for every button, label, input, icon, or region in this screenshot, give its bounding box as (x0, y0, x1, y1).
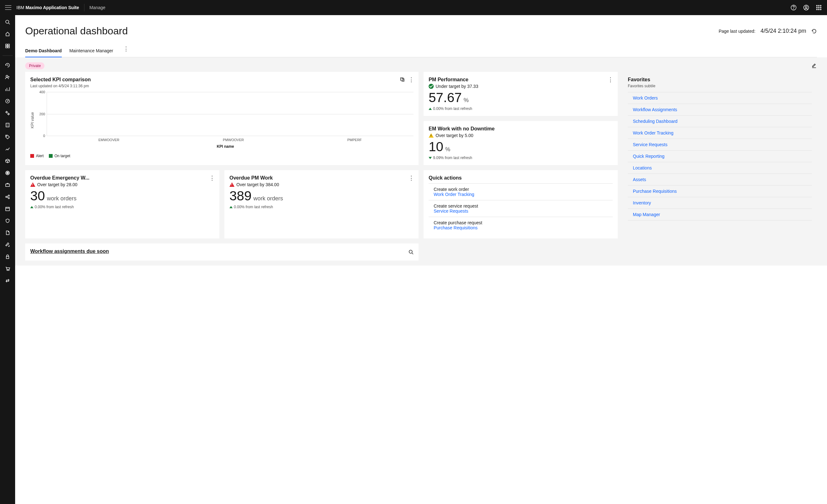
em-work-card: EM Work with no Downtime Over target by … (424, 121, 618, 165)
tab-maintenance-manager[interactable]: Maintenance Manager (69, 44, 113, 57)
page-updated: Page last updated: 4/5/24 2:10:24 pm (719, 28, 817, 34)
help-icon[interactable] (790, 4, 797, 11)
favorite-link[interactable]: Inventory (628, 197, 812, 208)
quick-action-item: Create service request Service Requests (429, 200, 613, 217)
bar-chart-icon[interactable] (4, 86, 11, 92)
private-badge: Private (25, 62, 44, 69)
x-label-1: PMWOOVER (223, 138, 244, 142)
overdue-pm-delta: 0.00% from last refresh (234, 205, 273, 209)
share-icon[interactable] (4, 194, 11, 200)
card-menu-icon[interactable] (408, 175, 414, 180)
svg-rect-16 (6, 46, 7, 48)
workflow-card: Workflow assignments due soon (25, 244, 419, 260)
trend-icon[interactable] (4, 146, 11, 152)
favorite-link[interactable]: Assets (628, 173, 812, 185)
svg-point-13 (6, 20, 9, 23)
app-switcher-icon[interactable] (816, 4, 822, 11)
em-work-value: 10 (429, 139, 443, 154)
overdue-em-title: Overdue Emergency W... (30, 175, 214, 181)
svg-rect-34 (401, 78, 403, 80)
user-plus-icon[interactable] (4, 74, 11, 80)
favorite-link[interactable]: Quick Reporting (628, 150, 812, 162)
dashboard-icon[interactable] (4, 43, 11, 49)
svg-rect-15 (8, 44, 9, 46)
svg-point-35 (409, 250, 412, 253)
workflow-title[interactable]: Workflow assignments due soon (30, 249, 109, 254)
overdue-em-unit: work orders (47, 195, 77, 202)
favorite-link[interactable]: Workflow Assignments (628, 104, 812, 115)
quick-actions-card: Quick actions Create work order Work Ord… (424, 170, 618, 239)
hamburger-menu-icon[interactable] (5, 4, 11, 11)
qa-link[interactable]: Service Requests (434, 208, 613, 213)
favorites-title: Favorites (628, 72, 812, 83)
card-menu-icon[interactable] (607, 77, 613, 82)
cart-icon[interactable] (4, 265, 11, 272)
document-icon[interactable] (4, 230, 11, 236)
svg-point-8 (819, 7, 819, 8)
overdue-em-delta: 0.00% from last refresh (35, 205, 74, 209)
em-work-delta: 9.09% from last refresh (433, 156, 472, 160)
top-header: IBM Maximo Application Suite Manage (0, 0, 827, 15)
legend-on-target[interactable]: On target (49, 154, 70, 158)
overdue-pm-value: 389 (230, 188, 251, 203)
calendar-icon[interactable] (4, 206, 11, 212)
overdue-pm-title: Overdue PM Work (230, 175, 414, 181)
wheel-icon[interactable] (4, 170, 11, 176)
em-work-title: EM Work with no Downtime (429, 126, 613, 132)
warning-icon (429, 133, 434, 138)
search-icon[interactable] (408, 249, 414, 255)
svg-rect-31 (6, 256, 9, 259)
favorite-link[interactable]: Work Orders (628, 92, 812, 104)
overdue-em-value: 30 (30, 188, 45, 203)
search-icon[interactable] (4, 19, 11, 25)
trend-up-icon (429, 108, 432, 110)
svg-rect-23 (6, 123, 9, 127)
tools-icon[interactable] (4, 242, 11, 248)
refresh-icon[interactable] (811, 28, 817, 34)
qa-link[interactable]: Work Order Tracking (434, 192, 613, 197)
tabs-row: Demo Dashboard Maintenance Manager (25, 44, 817, 57)
kpi-comparison-card: Selected KPI comparison Last updated on … (25, 72, 419, 165)
lock-icon[interactable] (4, 254, 11, 260)
transfer-icon[interactable] (4, 278, 11, 284)
kpi-chart-title: Selected KPI comparison (30, 77, 414, 83)
favorite-link[interactable]: Purchase Requisitions (628, 185, 812, 197)
cube-icon[interactable] (4, 158, 11, 164)
svg-rect-17 (8, 46, 9, 48)
app-name: Manage (90, 5, 106, 10)
svg-point-32 (7, 270, 8, 270)
tabs-overflow-icon[interactable] (123, 46, 129, 56)
qa-label: Create purchase request (434, 220, 613, 225)
favorite-link[interactable]: Map Manager (628, 208, 812, 220)
gauge-icon[interactable] (4, 98, 11, 104)
card-menu-icon[interactable] (408, 77, 414, 82)
history-icon[interactable] (4, 62, 11, 68)
gears-icon[interactable] (4, 110, 11, 116)
legend-alert[interactable]: Alert (30, 154, 44, 158)
svg-point-27 (6, 196, 7, 198)
tab-demo-dashboard[interactable]: Demo Dashboard (25, 44, 62, 57)
qa-link[interactable]: Purchase Requisitions (434, 225, 613, 230)
favorite-link[interactable]: Locations (628, 162, 812, 173)
building-icon[interactable] (4, 122, 11, 128)
shield-icon[interactable] (4, 218, 11, 224)
svg-rect-30 (6, 207, 9, 211)
favorite-link[interactable]: Work Order Tracking (628, 127, 812, 139)
alert-icon (230, 183, 235, 187)
pm-perf-delta: 0.00% from last refresh (433, 106, 472, 111)
quick-actions-title: Quick actions (429, 175, 613, 181)
favorite-link[interactable]: Service Requests (628, 139, 812, 150)
popout-icon[interactable] (400, 77, 405, 82)
overdue-em-status: Over target by 28.00 (37, 182, 78, 187)
favorite-link[interactable]: Scheduling Dashboard (628, 115, 812, 127)
quick-action-item: Create purchase request Purchase Requisi… (429, 217, 613, 234)
kpi-chart-subtitle: Last updated on 4/5/24 3:11:36 pm (30, 84, 414, 88)
left-nav-rail (0, 15, 15, 504)
y-tick-0: 0 (43, 134, 45, 138)
edit-icon[interactable] (811, 63, 817, 69)
user-icon[interactable] (803, 4, 809, 11)
tag-icon[interactable] (4, 134, 11, 140)
card-menu-icon[interactable] (209, 175, 214, 180)
home-icon[interactable] (4, 31, 11, 37)
briefcase-icon[interactable] (4, 182, 11, 188)
